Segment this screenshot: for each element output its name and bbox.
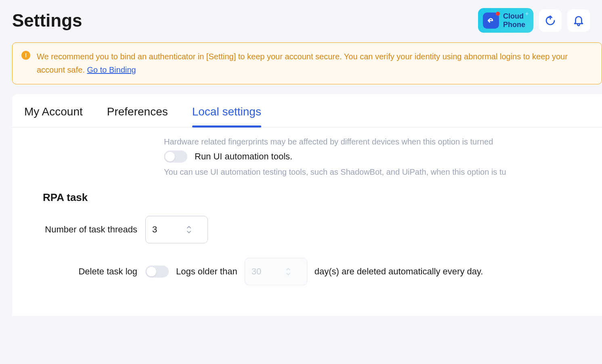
cloud-phone-label: CloudPhone	[503, 12, 525, 29]
threads-step-down-button[interactable]	[186, 230, 192, 234]
delete-log-text-before: Logs older than	[176, 266, 237, 277]
delete-log-label: Delete task log	[24, 265, 145, 278]
chevron-up-icon	[285, 267, 291, 271]
cloud-phone-icon	[483, 13, 499, 29]
settings-body: Hardware related fingerprints may be aff…	[12, 128, 602, 316]
delete-log-days-input	[245, 261, 285, 282]
chevron-down-icon	[285, 272, 291, 276]
hardware-description: Hardware related fingerprints may be aff…	[164, 137, 590, 146]
tab-preferences[interactable]: Preferences	[107, 105, 168, 127]
cloud-phone-button[interactable]: CloudPhone ✦	[478, 8, 533, 33]
tab-my-account[interactable]: My Account	[24, 105, 83, 127]
delete-log-days-input-group	[245, 258, 307, 285]
ui-automation-toggle[interactable]	[164, 151, 187, 163]
chevron-down-icon	[186, 230, 192, 234]
task-threads-input[interactable]	[146, 219, 186, 241]
page-title: Settings	[12, 10, 82, 31]
go-to-binding-link[interactable]: Go to Binding	[87, 65, 136, 74]
ui-automation-description: You can use UI automation testing tools,…	[164, 167, 590, 177]
task-threads-input-group	[145, 216, 208, 243]
notifications-button[interactable]	[567, 9, 590, 32]
sync-icon	[544, 15, 556, 27]
header-actions: CloudPhone ✦	[478, 8, 590, 33]
ui-automation-row: Run UI automation tools.	[164, 151, 590, 163]
rpa-section-title: RPA task	[43, 191, 590, 204]
sync-button[interactable]	[539, 9, 562, 32]
warning-icon: !	[21, 51, 30, 60]
days-step-down-button	[285, 272, 291, 276]
notification-dot-icon	[496, 12, 500, 16]
tabs: My Account Preferences Local settings	[12, 94, 602, 128]
delete-log-toggle[interactable]	[145, 266, 169, 278]
days-step-up-button	[285, 267, 291, 271]
alert-text: We recommend you to bind an authenticato…	[37, 50, 593, 77]
task-threads-label: Number of task threads	[24, 223, 145, 236]
delete-log-text-after: day(s) are deleted automatically every d…	[315, 266, 483, 277]
sparkle-icon: ✦	[524, 10, 529, 17]
bell-icon	[573, 15, 585, 27]
chevron-up-icon	[186, 225, 192, 229]
tab-local-settings[interactable]: Local settings	[192, 105, 261, 127]
threads-step-up-button[interactable]	[186, 225, 192, 229]
content-card: My Account Preferences Local settings Ha…	[12, 94, 602, 316]
ui-automation-label: Run UI automation tools.	[195, 151, 292, 162]
delete-log-row: Delete task log Logs older than	[24, 258, 590, 285]
task-threads-row: Number of task threads	[24, 216, 590, 243]
alert-banner: ! We recommend you to bind an authentica…	[12, 42, 602, 84]
